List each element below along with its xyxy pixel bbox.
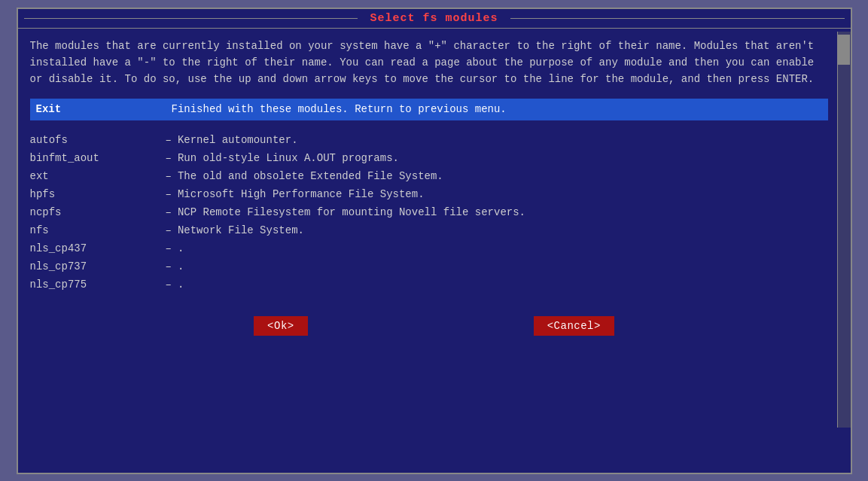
module-name: nls_cp437 [30,241,166,257]
list-item[interactable]: ext– The old and obsolete Extended File … [30,169,828,184]
module-name: autofs [30,132,166,148]
outer-wrapper: Select fs modules The modules that are c… [0,0,868,481]
module-separator: – [166,223,172,239]
module-name: binfmt_aout [30,151,166,166]
module-separator: – [166,187,172,202]
module-description: . [178,259,828,275]
list-item[interactable]: ncpfs– NCP Remote Filesystem for mountin… [30,205,828,221]
exit-label: Exit [36,102,172,117]
module-name: hpfs [30,187,166,202]
module-separator: – [166,259,172,275]
dialog-box: Select fs modules The modules that are c… [17,8,852,474]
module-description: The old and obsolete Extended File Syste… [178,169,828,184]
ok-button[interactable]: <Ok> [254,316,308,336]
list-item[interactable]: nfs– Network File System. [30,223,828,239]
module-description: Kernel automounter. [178,132,828,148]
list-item[interactable]: hpfs– Microsoft High Performance File Sy… [30,187,828,202]
description-text: The modules that are currently installed… [30,38,828,88]
module-description: NCP Remote Filesystem for mounting Novel… [178,205,828,221]
list-item[interactable]: autofs– Kernel automounter. [30,132,828,148]
module-description: Microsoft High Performance File System. [178,187,828,202]
scrollbar[interactable] [837,32,851,428]
module-name: ncpfs [30,205,166,221]
button-row: <Ok> <Cancel> [18,304,851,345]
module-description: Run old-style Linux A.OUT programs. [178,151,828,166]
module-separator: – [166,205,172,221]
module-name: nfs [30,223,166,239]
list-item[interactable]: nls_cp437– . [30,241,828,257]
module-description: . [178,241,828,257]
module-separator: – [166,151,172,166]
module-separator: – [166,241,172,257]
dialog-title: Select fs modules [364,12,504,25]
scrollbar-thumb [838,35,850,65]
title-bar-line-left [24,18,358,19]
content-area: The modules that are currently installed… [18,29,851,304]
module-separator: – [166,132,172,148]
module-description: Network File System. [178,223,828,239]
module-name: nls_cp775 [30,277,166,293]
module-separator: – [166,169,172,184]
list-item[interactable]: nls_cp737– . [30,259,828,275]
module-name: ext [30,169,166,184]
module-description: . [178,277,828,293]
list-item[interactable]: nls_cp775– . [30,277,828,293]
exit-row[interactable]: Exit Finished with these modules. Return… [30,99,828,120]
title-bar-line-right [510,18,845,19]
title-bar: Select fs modules [18,9,851,29]
module-separator: – [166,277,172,293]
module-name: nls_cp737 [30,259,166,275]
list-item[interactable]: binfmt_aout– Run old-style Linux A.OUT p… [30,151,828,166]
cancel-button[interactable]: <Cancel> [534,316,614,336]
module-list: autofs– Kernel automounter.binfmt_aout– … [30,132,828,293]
exit-description: Finished with these modules. Return to p… [172,102,822,117]
